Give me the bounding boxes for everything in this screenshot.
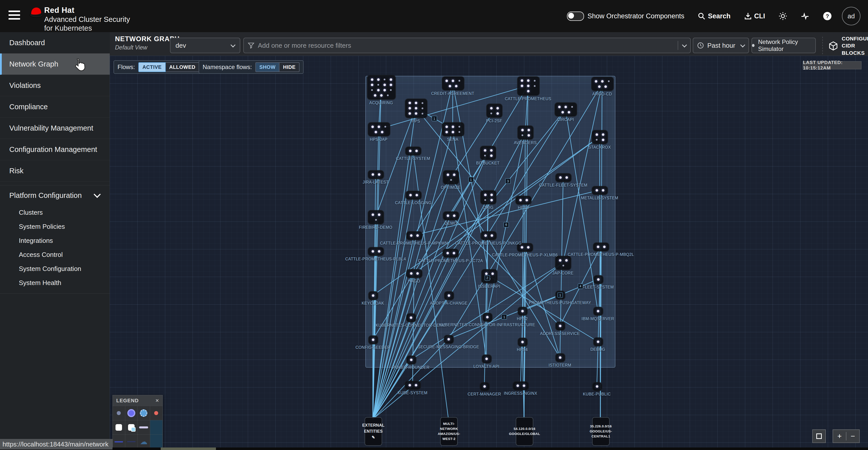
deployment-dot-icon[interactable] — [526, 199, 528, 201]
namespace-label-orig[interactable]: ORIG — [483, 205, 494, 210]
deployment-dot-icon[interactable] — [383, 84, 386, 86]
deployment-dot-icon[interactable] — [390, 89, 392, 91]
deployment-dot-icon[interactable] — [562, 265, 564, 266]
deployment-dot-icon[interactable] — [496, 107, 499, 110]
namespace-label-ingress-nginx[interactable]: INGRESS-NGINX — [504, 391, 537, 396]
deployment-dot-icon[interactable] — [490, 154, 493, 157]
deployment-dot-icon[interactable] — [558, 106, 561, 108]
deployment-dot-icon[interactable] — [568, 111, 570, 114]
theme-brightness-icon[interactable] — [779, 12, 787, 20]
namespace-label-credit-agreement[interactable]: CREDIT-AGREEMENT — [431, 91, 474, 96]
namespace-node-acquiring[interactable] — [367, 75, 396, 100]
namespace-node-kube-conn-demo[interactable] — [406, 313, 416, 322]
cluster-select[interactable]: dev — [170, 38, 240, 53]
namespace-node-mpkwn[interactable] — [406, 231, 422, 240]
namespace-label-cattle-prometheus[interactable]: CATTLE-PROMETHEUS — [505, 97, 551, 101]
deployment-dot-icon[interactable] — [415, 194, 418, 197]
deployment-dot-icon[interactable] — [521, 79, 523, 82]
namespace-flows-hide-button[interactable]: HIDE — [279, 62, 300, 72]
deployment-dot-icon[interactable] — [597, 278, 599, 281]
deployment-dot-icon[interactable] — [564, 106, 567, 108]
deployment-dot-icon[interactable] — [374, 94, 376, 97]
deployment-dot-icon[interactable] — [378, 250, 380, 252]
sidebar-group-platform-configuration[interactable]: Platform Configuration — [0, 185, 110, 205]
namespace-node-loyalty-api[interactable] — [482, 355, 492, 363]
namespace-node-keycloak[interactable] — [368, 291, 378, 300]
namespace-label-avengers[interactable]: AVENGERS — [514, 141, 537, 145]
namespace-node-sena[interactable] — [442, 122, 464, 137]
namespace-label-xlmb6[interactable]: CATTLE-PROMETHEUS-P-XLMB6 — [492, 253, 558, 258]
deployment-dot-icon[interactable] — [602, 133, 604, 136]
namespace-label-cattle-system[interactable]: CATTLE-SYSTEM — [396, 156, 430, 161]
namespace-node-optimize[interactable] — [443, 170, 459, 184]
deployment-dot-icon[interactable] — [601, 80, 603, 83]
deployment-dot-icon[interactable] — [415, 102, 417, 104]
namespace-label-sena[interactable]: SENA — [447, 138, 458, 142]
deployment-dot-icon[interactable] — [490, 107, 493, 110]
deployment-dot-icon[interactable] — [534, 80, 535, 82]
namespace-node-cattle-logging[interactable] — [405, 191, 422, 200]
namespace-node-hps[interactable] — [405, 99, 427, 118]
deployment-dot-icon[interactable] — [490, 113, 492, 114]
global-search-button[interactable]: Search — [698, 12, 731, 20]
deployment-dot-icon[interactable] — [408, 107, 411, 110]
namespace-label-kube-conn-demo[interactable]: KUBERNETES-CONNECTOR-DEMO — [376, 323, 446, 328]
deployment-dot-icon[interactable] — [452, 131, 454, 133]
deployment-dot-icon[interactable] — [559, 325, 561, 327]
deployment-dot-icon[interactable] — [450, 179, 452, 181]
sidebar-item-integrations[interactable]: Integrations — [0, 234, 110, 248]
resource-filter-input[interactable]: Add one or more resource filters — [243, 38, 691, 53]
namespace-label-jnkgg[interactable]: CATTLE-PROMETHEUS-P-JNKGG — [455, 241, 522, 246]
deployment-dot-icon[interactable] — [459, 126, 460, 127]
sidebar-item-configuration-management[interactable]: Configuration Management — [0, 139, 110, 160]
namespace-label-hps[interactable]: HPS — [411, 119, 420, 124]
deployment-dot-icon[interactable] — [378, 173, 380, 176]
deployment-dot-icon[interactable] — [371, 89, 373, 91]
deployment-dot-icon[interactable] — [372, 173, 374, 176]
namespace-node-jira-latest[interactable] — [368, 170, 384, 179]
namespace-label-ibm-mqserver[interactable]: IBM-MQSERVER — [582, 317, 614, 321]
namespace-node-fleet-system[interactable] — [594, 275, 603, 284]
deployment-dot-icon[interactable] — [484, 193, 487, 196]
namespace-node-istioterm[interactable] — [555, 353, 565, 362]
sidebar-item-dashboard[interactable]: Dashboard — [0, 32, 110, 54]
deployment-dot-icon[interactable] — [604, 85, 607, 88]
deployment-dot-icon[interactable] — [453, 214, 456, 217]
zoom-in-button[interactable]: + — [833, 432, 846, 441]
deployment-dot-icon[interactable] — [521, 129, 524, 131]
deployment-dot-icon[interactable] — [484, 234, 487, 237]
namespace-node-config-seeder[interactable] — [368, 335, 378, 344]
deployment-dot-icon[interactable] — [408, 384, 411, 387]
namespace-label-acquiring[interactable]: ACQUIRING — [369, 101, 393, 105]
deployment-dot-icon[interactable] — [415, 112, 417, 115]
namespace-label-address-service[interactable]: ADDRESS-SERVICE — [540, 331, 580, 336]
namespace-node-hago[interactable] — [406, 269, 422, 278]
deployment-dot-icon[interactable] — [452, 125, 454, 128]
deployment-dot-icon[interactable] — [496, 112, 499, 115]
deployment-dot-icon[interactable] — [422, 113, 423, 115]
deployment-dot-icon[interactable] — [490, 199, 493, 201]
deployment-dot-icon[interactable] — [571, 106, 573, 108]
namespace-node-address-service[interactable] — [555, 322, 565, 330]
namespace-label-jap-core[interactable]: JAP-CORE — [552, 271, 574, 275]
deployment-dot-icon[interactable] — [422, 108, 423, 109]
deployment-dot-icon[interactable] — [484, 149, 486, 152]
namespace-node-debug[interactable] — [593, 337, 603, 346]
deployment-dot-icon[interactable] — [447, 174, 449, 176]
deployment-dot-icon[interactable] — [410, 317, 412, 319]
orchestrator-components-toggle[interactable] — [567, 11, 584, 21]
deployment-dot-icon[interactable] — [416, 234, 419, 237]
deployment-dot-icon[interactable] — [527, 79, 530, 82]
namespace-node-argo-cd[interactable] — [591, 77, 614, 91]
deployment-dot-icon[interactable] — [410, 359, 412, 361]
legend-close-icon[interactable]: × — [155, 397, 159, 403]
deployment-dot-icon[interactable] — [522, 134, 523, 136]
namespace-label-stackrox[interactable]: STACKROX — [588, 145, 611, 150]
deployment-dot-icon[interactable] — [490, 149, 493, 152]
deployment-dot-icon[interactable] — [490, 193, 493, 196]
deployment-dot-icon[interactable] — [415, 150, 418, 152]
deployment-dot-icon[interactable] — [408, 112, 411, 115]
namespace-label-adopt-a-change[interactable]: ADOPT-A-CHANGE — [430, 301, 467, 306]
deployment-dot-icon[interactable] — [485, 358, 488, 360]
deployment-dot-icon[interactable] — [523, 385, 525, 387]
